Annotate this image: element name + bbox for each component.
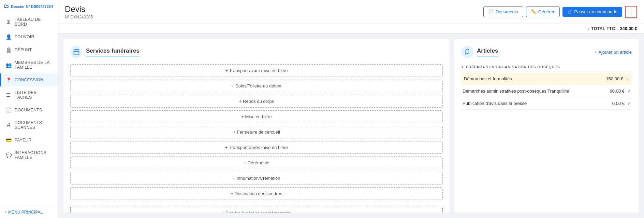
chevron-left-total-icon: ‹ [587, 26, 589, 31]
add-article-label: Ajouter un article [598, 50, 632, 55]
sidebar-item-pouvoir[interactable]: 👤 POUVOIR [0, 30, 58, 43]
sidebar-dossier[interactable]: 🗂 Dossier N° DS00467234 [0, 0, 58, 13]
dossier-label: Dossier N° DS00467234 [11, 4, 53, 9]
service-inhumation[interactable]: + Inhumation/Crémation [70, 172, 443, 185]
sidebar-item-label: DOCUMENTS [15, 108, 42, 112]
passer-commande-button[interactable]: 🛒 Passer en commande [562, 7, 622, 17]
sidebar-item-documents-scannes[interactable]: 🖨 DOCUMENTS SCANNÉS [0, 117, 58, 134]
sidebar-item-interactions-famille[interactable]: 💬 INTERACTIONS FAMILLE [0, 147, 58, 164]
service-mise-biere[interactable]: + Mise en bière [70, 110, 443, 123]
chevron-left-icon: ‹ [5, 210, 6, 215]
add-service-button[interactable]: + Service funéraire supplémentaire [70, 207, 443, 213]
sidebar-item-label: MEMBRES DE LA FAMILLE [15, 60, 53, 70]
chevron-down-icon[interactable]: ∨ [627, 101, 630, 106]
sidebar-item-label: DOCUMENTS SCANNÉS [15, 120, 53, 130]
chat-icon: 💬 [6, 152, 11, 158]
article-row-admin[interactable]: Démarches administratives post-obsèques … [461, 85, 632, 97]
article-name-publication: Publication d'avis dans la presse [463, 101, 612, 106]
svg-rect-0 [74, 50, 79, 55]
passer-commande-label: Passer en commande [574, 9, 617, 14]
service-transport-avant[interactable]: + Transport avant mise en bière [70, 64, 443, 77]
article-price-admin: 90,00 € [610, 88, 625, 94]
sidebar-item-tableau-de-bord[interactable]: ⊞ TABLEAU DE BORD [0, 13, 58, 30]
articles-panel-title: Articles [477, 47, 498, 56]
account-icon: 🪦 [6, 47, 11, 53]
service-transport-apres[interactable]: + Transport après mise en bière [70, 141, 443, 154]
service-fermeture-cercueil[interactable]: + Fermeture de cercueil [70, 126, 443, 138]
service-ceremonie[interactable]: + Cérémonie [70, 156, 443, 169]
articles-header-left: Articles [461, 46, 498, 58]
article-icon [461, 46, 473, 58]
chevron-down-icon[interactable]: ∨ [627, 89, 630, 94]
chevron-down-icon[interactable]: ∨ [626, 77, 629, 81]
content-area: Services funéraires + Transport avant mi… [58, 33, 644, 218]
generer-button[interactable]: ✏️ Générer [526, 6, 560, 17]
total-value: 240,00 € [620, 26, 637, 31]
documents-icon: 📄 [488, 9, 494, 14]
sidebar-item-label: INTERACTIONS FAMILLE [15, 150, 53, 160]
passer-commande-icon: 🛒 [567, 9, 573, 14]
generer-label: Générer [538, 9, 555, 14]
articles-panel: Articles + Ajouter un article 1. PRÉPARA… [454, 39, 639, 213]
sidebar-item-membres-famille[interactable]: 👥 MEMBRES DE LA FAMILLE [0, 56, 58, 73]
article-row-demarches[interactable]: Démarches et formalités 150,00 € ∨ [461, 73, 632, 85]
documents-button[interactable]: 📄 Documents [483, 6, 523, 17]
sidebar-item-payeur[interactable]: 💳 PAYEUR [0, 134, 58, 147]
sidebar-item-label: DÉFUNT [15, 47, 32, 52]
calendar-icon [70, 46, 83, 58]
plus-icon: + [595, 50, 597, 55]
file-icon: 📄 [6, 107, 11, 113]
scan-icon: 🖨 [6, 122, 11, 128]
page-subtitle: N° DXN240285 [65, 15, 93, 19]
total-bar: ‹ TOTAL TTC : 240,00 € [58, 24, 644, 33]
services-panel-header: Services funéraires [70, 46, 443, 58]
sidebar-item-label: TABLEAU DE BORD [15, 17, 53, 27]
article-section-title: 1. PRÉPARATION/ORGANISATION DES OBSÈQUES [461, 63, 632, 71]
article-price-demarches: 150,00 € [606, 76, 623, 81]
service-soins-toilette[interactable]: + Soins/Toilette au défunt [70, 80, 443, 92]
sidebar-item-label: LISTE DES TÂCHES [15, 90, 53, 100]
service-repos-corps[interactable]: + Repos du corps [70, 95, 443, 108]
generer-icon: ✏️ [531, 9, 537, 14]
sidebar-item-liste-taches[interactable]: ☰ LISTE DES TÂCHES [0, 86, 58, 104]
topbar: Devis N° DXN240285 📄 Documents ✏️ Génére… [58, 0, 644, 24]
main-content: Devis N° DXN240285 📄 Documents ✏️ Génére… [58, 0, 644, 218]
add-article-button[interactable]: + Ajouter un article [595, 50, 632, 55]
person-icon: 👤 [6, 34, 11, 40]
topbar-actions: 📄 Documents ✏️ Générer 🛒 Passer en comma… [483, 6, 637, 18]
services-panel-title: Services funéraires [86, 47, 140, 56]
sidebar-menu-principal[interactable]: ‹ MENU PRINCIPAL [0, 206, 58, 218]
sidebar-item-label: PAYEUR [15, 138, 31, 142]
menu-principal-label: MENU PRINCIPAL [8, 210, 43, 215]
more-options-button[interactable]: ⋮ [625, 6, 637, 18]
sidebar-item-documents[interactable]: 📄 DOCUMENTS [0, 104, 58, 117]
dots-icon: ⋮ [628, 8, 634, 16]
location-icon: 📍 [6, 77, 11, 83]
sidebar-item-label: POUVOIR [15, 35, 34, 39]
list-icon: ☰ [6, 92, 11, 98]
article-row-publication[interactable]: Publication d'avis dans la presse 0,00 €… [461, 97, 632, 110]
documents-label: Documents [496, 9, 518, 14]
sidebar: 🗂 Dossier N° DS00467234 ⊞ TABLEAU DE BOR… [0, 0, 58, 218]
sidebar-item-concession[interactable]: 📍 CONCESSION [0, 73, 58, 86]
grid-icon: ⊞ [6, 19, 11, 25]
article-name-admin: Démarches administratives post-obsèques … [463, 88, 610, 94]
article-price-publication: 0,00 € [612, 101, 625, 106]
group-icon: 👥 [6, 62, 11, 68]
article-name-demarches: Démarches et formalités [464, 76, 606, 81]
page-title: Devis [65, 4, 93, 14]
sidebar-item-label: CONCESSION [15, 78, 43, 82]
page-title-area: Devis N° DXN240285 [65, 4, 93, 19]
services-panel: Services funéraires + Transport avant mi… [63, 39, 450, 213]
card-icon: 💳 [6, 137, 11, 143]
service-destination-cendres[interactable]: + Destination des cendres [70, 187, 443, 200]
total-label: TOTAL TTC : [591, 26, 618, 31]
folder-icon: 🗂 [3, 3, 9, 10]
articles-panel-header: Articles + Ajouter un article [461, 46, 632, 58]
sidebar-item-defunt[interactable]: 🪦 DÉFUNT [0, 43, 58, 56]
